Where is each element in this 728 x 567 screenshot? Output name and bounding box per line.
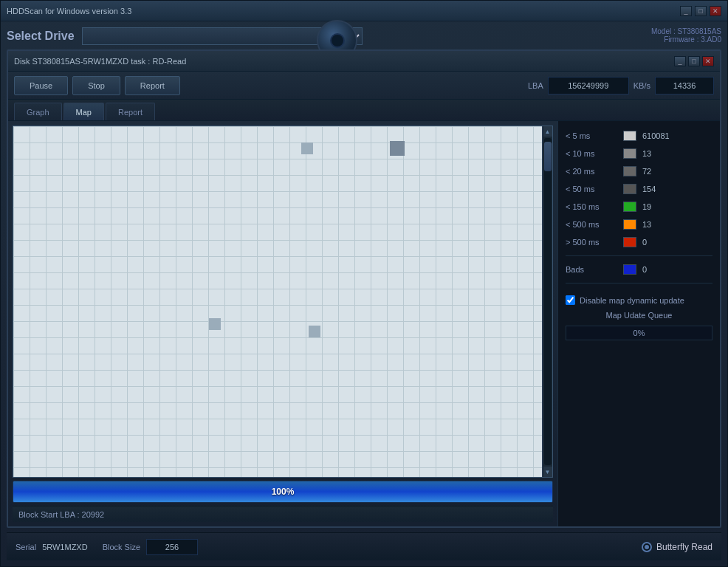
bads-row: Bads 0: [566, 262, 712, 277]
legend-count-500ms: 13: [642, 220, 651, 229]
legend-divider: [566, 255, 712, 256]
legend-label-500ms: < 500 ms: [566, 220, 617, 229]
firmware-label: Firmware : 3.AD0: [651, 35, 721, 44]
legend-row-500ms: < 500 ms 13: [566, 217, 712, 232]
main-content: Select Drive Model : ST380815AS Firmware…: [1, 21, 727, 566]
serial-value: 5RW1MZXD: [42, 543, 88, 551]
pause-button[interactable]: Pause: [14, 76, 68, 95]
legend-color-50ms: [623, 184, 636, 194]
legend-label-20ms: < 20 ms: [566, 167, 617, 176]
bads-count: 0: [642, 265, 647, 274]
legend-panel: < 5 ms 610081 < 10 ms 13 < 20 ms 72: [557, 121, 720, 526]
butterfly-radio[interactable]: [642, 542, 652, 552]
progress-label: 100%: [272, 487, 295, 497]
close-button[interactable]: ✕: [710, 6, 721, 16]
checkbox-row[interactable]: Disable map dynamic update: [566, 295, 712, 305]
tab-map[interactable]: Map: [63, 103, 104, 120]
map-block: [301, 142, 313, 154]
legend-label-50ms: < 50 ms: [566, 185, 617, 193]
task-minimize-button[interactable]: _: [674, 56, 686, 66]
map-block: [309, 326, 320, 337]
body-area: ▲ ▼ 100%: [8, 121, 720, 526]
lba-group: LBA KB/s: [528, 77, 714, 94]
map-update-queue-label: Map Udate Queue: [566, 311, 712, 320]
lba-input[interactable]: [548, 77, 629, 94]
serial-label: Serial: [16, 543, 36, 551]
legend-row-20ms: < 20 ms 72: [566, 164, 712, 179]
task-title-bar: Disk ST380815AS-5RW1MZXD task : RD-Read …: [8, 51, 720, 72]
map-scroll-container[interactable]: ▲ ▼: [13, 126, 553, 478]
app-window: HDDScan for Windows version 3.3 _ □ ✕ Se…: [0, 0, 728, 567]
legend-row-50ms: < 50 ms 154: [566, 182, 712, 196]
legend-count-50ms: 154: [642, 185, 656, 193]
block-size-input[interactable]: [146, 539, 198, 555]
tab-graph[interactable]: Graph: [14, 103, 62, 120]
progress-area: 100%: [13, 481, 553, 503]
legend-label-10ms: < 10 ms: [566, 149, 617, 158]
legend-row-10ms: < 10 ms 13: [566, 146, 712, 161]
block-start-label: Block Start LBA : 20992: [18, 510, 104, 519]
legend-count-20ms: 72: [642, 167, 651, 176]
task-maximize-button[interactable]: □: [688, 56, 700, 66]
map-block: [209, 318, 221, 330]
map-area: ▲ ▼ 100%: [8, 121, 557, 526]
map-grid: [13, 126, 552, 477]
maximize-button[interactable]: □: [695, 6, 707, 16]
tab-report[interactable]: Report: [106, 103, 155, 120]
task-title: Disk ST380815AS-5RW1MZXD task : RD-Read: [14, 57, 668, 66]
task-close-button[interactable]: ✕: [702, 56, 714, 66]
legend-divider-2: [566, 283, 712, 284]
legend-color-gt500ms: [623, 237, 636, 247]
model-info: Model : ST380815AS Firmware : 3.AD0: [651, 27, 721, 44]
kbs-label: KB/s: [633, 81, 650, 90]
butterfly-label: Butterfly Read: [656, 542, 712, 552]
radio-dot: [645, 545, 649, 549]
minimize-button[interactable]: _: [680, 6, 692, 16]
serial-item: Serial 5RW1MZXD: [16, 543, 88, 551]
checkbox-label: Disable map dynamic update: [580, 296, 684, 305]
bads-color: [623, 264, 636, 275]
stop-button[interactable]: Stop: [72, 76, 120, 95]
model-label: Model : ST380815AS: [651, 27, 721, 35]
app-title: HDDScan for Windows version 3.3: [7, 7, 680, 16]
task-title-controls: _ □ ✕: [674, 56, 714, 66]
toolbar: Pause Stop Report LBA KB/s: [8, 72, 720, 100]
butterfly-option[interactable]: Butterfly Read: [642, 542, 712, 552]
legend-color-5ms: [623, 131, 636, 141]
legend-count-150ms: 19: [642, 202, 651, 211]
kbs-input[interactable]: [655, 77, 714, 94]
map-scrollbar[interactable]: ▲ ▼: [542, 126, 552, 477]
scroll-up-arrow[interactable]: ▲: [543, 126, 552, 137]
legend-color-500ms: [623, 219, 636, 230]
block-size-label: Block Size: [103, 543, 140, 551]
title-bar: HDDScan for Windows version 3.3 _ □ ✕: [1, 1, 727, 21]
disable-map-checkbox[interactable]: [566, 295, 575, 305]
map-block: [390, 141, 405, 156]
legend-color-10ms: [623, 148, 636, 159]
scrollbar-thumb[interactable]: [544, 142, 552, 171]
legend-count-10ms: 13: [642, 149, 651, 158]
legend-row-5ms: < 5 ms 610081: [566, 128, 712, 143]
task-window: Disk ST380815AS-5RW1MZXD task : RD-Read …: [7, 49, 721, 528]
legend-label-gt500ms: > 500 ms: [566, 238, 617, 247]
legend-count-gt500ms: 0: [642, 238, 647, 247]
block-size-item: Block Size: [103, 539, 198, 555]
bads-label: Bads: [566, 265, 617, 274]
progress-bar: 100%: [13, 481, 552, 502]
report-button[interactable]: Report: [125, 76, 180, 95]
legend-row-150ms: < 150 ms 19: [566, 199, 712, 214]
tabs-row: Graph Map Report: [8, 100, 720, 121]
legend-label-150ms: < 150 ms: [566, 202, 617, 211]
legend-color-20ms: [623, 166, 636, 176]
legend-row-gt500ms: > 500 ms 0: [566, 235, 712, 250]
select-drive-label: Select Drive: [7, 30, 75, 43]
scrollbar-track: [544, 138, 552, 465]
block-start-bar: Block Start LBA : 20992: [13, 506, 553, 522]
legend-label-5ms: < 5 ms: [566, 131, 617, 140]
bottom-bar: Serial 5RW1MZXD Block Size Butterfly Rea…: [7, 532, 721, 560]
legend-color-150ms: [623, 202, 636, 212]
scroll-down-arrow[interactable]: ▼: [543, 467, 552, 477]
queue-progress: 0%: [566, 326, 712, 340]
lba-label: LBA: [528, 81, 543, 90]
legend-count-5ms: 610081: [642, 131, 670, 140]
